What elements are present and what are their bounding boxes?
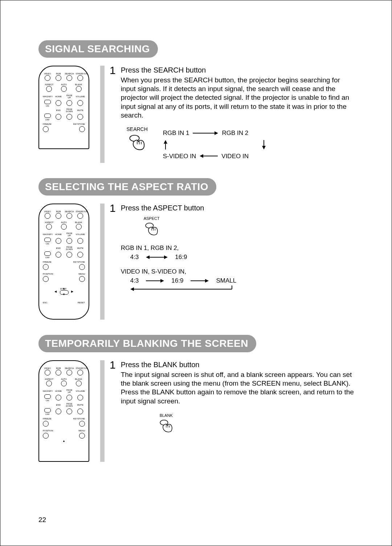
section-blanking: TEMPORARILY BLANKING THE SCREEN VIDEO RG… <box>38 335 354 462</box>
heading-aspect-ratio: SELECTING THE ASPECT RATIO <box>38 178 216 196</box>
section-signal-searching: SIGNAL SEARCHING VIDEO RGB SEARCH STANDB… <box>38 40 354 163</box>
svg-marker-16 <box>205 279 209 283</box>
aspect-cycle-diagram: RGB IN 1, RGB IN 2, 4:3 16:9 VIDEO IN, S… <box>121 243 354 296</box>
step-title: Press the ASPECT button <box>121 204 354 213</box>
svg-marker-2 <box>215 131 218 135</box>
step-number: 1 <box>110 203 116 214</box>
step-number: 1 <box>110 360 116 370</box>
svg-marker-17 <box>130 287 134 291</box>
svg-marker-8 <box>200 154 203 158</box>
hand-press-icon <box>127 134 147 154</box>
press-blank-icon: BLANK <box>150 413 183 435</box>
svg-marker-4 <box>164 140 167 144</box>
step-title: Press the BLANK button <box>121 360 354 370</box>
remote-illustration: VIDEO RGB SEARCH STANDBY/ON ASPECT AUTO … <box>38 204 89 320</box>
remote-illustration: VIDEO RGB SEARCH STANDBY/ON ASPECT AUTO … <box>38 66 89 149</box>
hand-press-icon <box>158 419 175 435</box>
section-aspect-ratio: SELECTING THE ASPECT RATIO VIDEO RGB SEA… <box>38 178 354 320</box>
press-aspect-icon: ASPECT <box>135 216 168 238</box>
step-body-text: When you press the SEARCH button, the pr… <box>121 76 354 120</box>
step-title: Press the SEARCH button <box>121 66 354 75</box>
page-number: 22 <box>38 516 46 524</box>
content-area: SIGNAL SEARCHING VIDEO RGB SEARCH STANDB… <box>38 40 354 477</box>
remote-illustration: VIDEO RGB SEARCH STANDBY/ON ASPECT AUTO … <box>38 360 89 462</box>
press-search-icon: SEARCH <box>121 126 154 154</box>
svg-marker-10 <box>146 255 150 259</box>
step-number: 1 <box>110 65 116 76</box>
hand-press-icon <box>143 222 160 238</box>
step-body-text: The input signal screen is shut off, and… <box>121 370 354 406</box>
signal-flow-diagram: RGB IN 1 RGB IN 2 S-VIDEO IN <box>163 126 266 163</box>
heading-blanking: TEMPORARILY BLANKING THE SCREEN <box>38 335 256 352</box>
svg-marker-12 <box>164 255 168 259</box>
svg-marker-6 <box>262 146 266 149</box>
heading-signal-searching: SIGNAL SEARCHING <box>38 40 158 58</box>
page: SIGNAL SEARCHING VIDEO RGB SEARCH STANDB… <box>0 0 392 546</box>
svg-marker-14 <box>160 279 164 283</box>
